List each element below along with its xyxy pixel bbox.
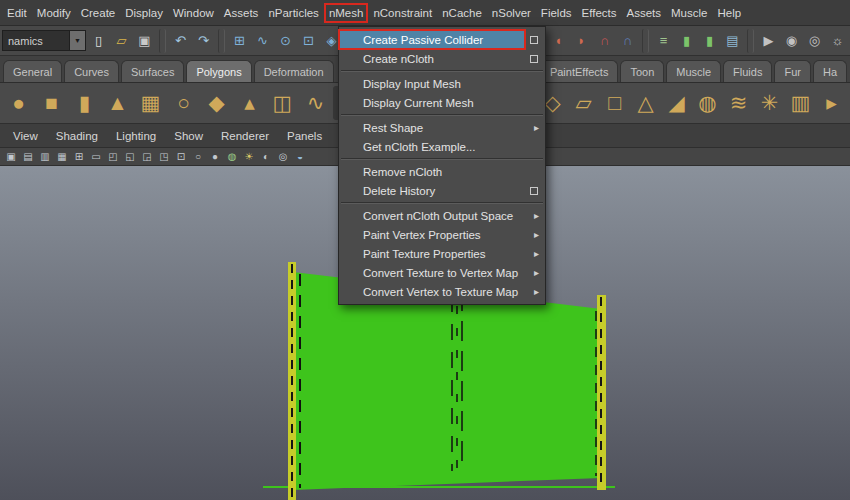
menu-help[interactable]: Help [712, 3, 746, 23]
option-box-icon[interactable] [530, 55, 538, 63]
image-plane-icon[interactable]: ▦ [54, 149, 70, 164]
option-box-icon[interactable] [530, 36, 538, 44]
render-view-icon[interactable]: ▶ [758, 30, 779, 51]
menu-item-convert-ncloth-output-space[interactable]: Convert nCloth Output Space ▸ [339, 206, 545, 225]
poly-helix-icon[interactable]: ∿ [300, 86, 331, 120]
shaded-icon[interactable]: ● [207, 149, 223, 164]
menu-item-display-current-mesh[interactable]: Display Current Mesh [339, 93, 545, 112]
menu-muscle[interactable]: Muscle [666, 3, 712, 23]
tab-ha[interactable]: Ha [813, 60, 847, 82]
snap-to-point-icon[interactable]: ⊙ [275, 30, 296, 51]
magnet-snap-a-icon[interactable]: ∩ [594, 30, 615, 51]
poly-cone-icon[interactable]: ▲ [102, 86, 133, 120]
xray-icon[interactable]: ◒ [292, 149, 308, 164]
menu-modify[interactable]: Modify [32, 3, 76, 23]
menu-item-get-ncloth-example[interactable]: Get nCloth Example... [339, 137, 545, 156]
tab-polygons[interactable]: Polygons [186, 60, 251, 82]
gate-mask-icon[interactable]: ◱ [122, 149, 138, 164]
menu-assets-2[interactable]: Assets [622, 3, 667, 23]
save-scene-icon[interactable]: ▣ [134, 30, 155, 51]
menu-fields[interactable]: Fields [536, 3, 577, 23]
undo-icon[interactable]: ↶ [170, 30, 191, 51]
poly-sphere-icon[interactable]: ● [3, 86, 34, 120]
panel-menu-renderer[interactable]: Renderer [212, 127, 278, 145]
tab-surfaces[interactable]: Surfaces [121, 60, 184, 82]
menu-create[interactable]: Create [76, 3, 121, 23]
poly-pipe-icon[interactable]: ◫ [267, 86, 298, 120]
menu-item-convert-vertex-to-texture-map[interactable]: Convert Vertex to Texture Map ▸ [339, 282, 545, 301]
option-box-icon[interactable] [530, 187, 538, 195]
menu-item-paint-vertex-properties[interactable]: Paint Vertex Properties ▸ [339, 225, 545, 244]
menu-item-create-passive-collider[interactable]: Create Passive Collider [339, 30, 545, 49]
chevron-down-icon[interactable]: ▼ [69, 31, 85, 50]
poly-arrow-icon[interactable]: ▸ [816, 86, 847, 120]
poly-prism-icon[interactable]: ◆ [201, 86, 232, 120]
render-settings-icon[interactable]: ☼ [827, 30, 848, 51]
poly-pipe-2-icon[interactable]: ▥ [785, 86, 816, 120]
poly-cube-2-icon[interactable]: □ [599, 86, 630, 120]
menu-item-remove-ncloth[interactable]: Remove nCloth [339, 162, 545, 181]
menu-item-create-ncloth[interactable]: Create nCloth [339, 49, 545, 68]
safe-title-icon[interactable]: ⊡ [173, 149, 189, 164]
lights-icon[interactable]: ☀ [241, 149, 257, 164]
tab-deformation[interactable]: Deformation [254, 60, 334, 82]
menu-item-delete-history[interactable]: Delete History [339, 181, 545, 200]
green-toggle-2-icon[interactable]: ▮ [699, 30, 720, 51]
poly-plane-icon[interactable]: ▦ [135, 86, 166, 120]
panel-menu-panels[interactable]: Panels [278, 127, 331, 145]
poly-cylinder-icon[interactable]: ▮ [69, 86, 100, 120]
resolution-gate-icon[interactable]: ◰ [105, 149, 121, 164]
field-chart-icon[interactable]: ◲ [139, 149, 155, 164]
menu-set-selector[interactable]: namics ▼ [2, 30, 86, 51]
textured-icon[interactable]: ◍ [224, 149, 240, 164]
poly-gear-icon[interactable]: ✳ [754, 86, 785, 120]
grid-icon[interactable]: ⊞ [71, 149, 87, 164]
bookmarks-icon[interactable]: ▥ [37, 149, 53, 164]
panel-menu-shading[interactable]: Shading [47, 127, 107, 145]
poly-cube-icon[interactable]: ■ [36, 86, 67, 120]
panel-menu-lighting[interactable]: Lighting [107, 127, 165, 145]
poly-ramp-icon[interactable]: ◢ [661, 86, 692, 120]
menu-item-paint-texture-properties[interactable]: Paint Texture Properties ▸ [339, 244, 545, 263]
tab-fur[interactable]: Fur [774, 60, 811, 82]
poly-pyramid-icon[interactable]: ▴ [234, 86, 265, 120]
tab-toon[interactable]: Toon [620, 60, 664, 82]
tab-fluids[interactable]: Fluids [723, 60, 772, 82]
output-connection-icon[interactable]: ◗ [571, 30, 592, 51]
poly-plane-2-icon[interactable]: ▱ [568, 86, 599, 120]
camera-attributes-icon[interactable]: ▤ [20, 149, 36, 164]
menu-item-rest-shape[interactable]: Rest Shape ▸ [339, 118, 545, 137]
poly-cone-2-icon[interactable]: △ [630, 86, 661, 120]
menu-assets[interactable]: Assets [219, 3, 264, 23]
construction-history-icon[interactable]: ≡ [653, 30, 674, 51]
panel-menu-show[interactable]: Show [165, 127, 212, 145]
menu-item-display-input-mesh[interactable]: Display Input Mesh [339, 74, 545, 93]
render-current-frame-icon[interactable]: ◉ [781, 30, 802, 51]
screen-ao-icon[interactable]: ◎ [275, 149, 291, 164]
input-connection-icon[interactable]: ◖ [548, 30, 569, 51]
wireframe-icon[interactable]: ○ [190, 149, 206, 164]
menu-ncache[interactable]: nCache [437, 3, 487, 23]
menu-nmesh[interactable]: nMesh [324, 3, 369, 23]
film-gate-icon[interactable]: ▭ [88, 149, 104, 164]
snap-to-grid-icon[interactable]: ⊞ [229, 30, 250, 51]
shadows-icon[interactable]: ◐ [258, 149, 274, 164]
snap-to-curve-icon[interactable]: ∿ [252, 30, 273, 51]
ipr-render-icon[interactable]: ◎ [804, 30, 825, 51]
menu-window[interactable]: Window [168, 3, 219, 23]
tab-curves[interactable]: Curves [64, 60, 119, 82]
green-toggle-1-icon[interactable]: ▮ [676, 30, 697, 51]
tab-general[interactable]: General [3, 60, 62, 82]
new-scene-icon[interactable]: ▯ [88, 30, 109, 51]
menu-edit[interactable]: Edit [2, 3, 32, 23]
select-camera-icon[interactable]: ▣ [3, 149, 19, 164]
safe-action-icon[interactable]: ◳ [156, 149, 172, 164]
menu-nsolver[interactable]: nSolver [487, 3, 536, 23]
poly-sphere-2-icon[interactable]: ◍ [692, 86, 723, 120]
highlight-panel-icon[interactable]: ▤ [722, 30, 743, 51]
snap-to-view-plane-icon[interactable]: ⊡ [298, 30, 319, 51]
poly-spring-icon[interactable]: ≋ [723, 86, 754, 120]
tab-muscle[interactable]: Muscle [666, 60, 721, 82]
magnet-snap-b-icon[interactable]: ∩ [617, 30, 638, 51]
redo-icon[interactable]: ↷ [193, 30, 214, 51]
